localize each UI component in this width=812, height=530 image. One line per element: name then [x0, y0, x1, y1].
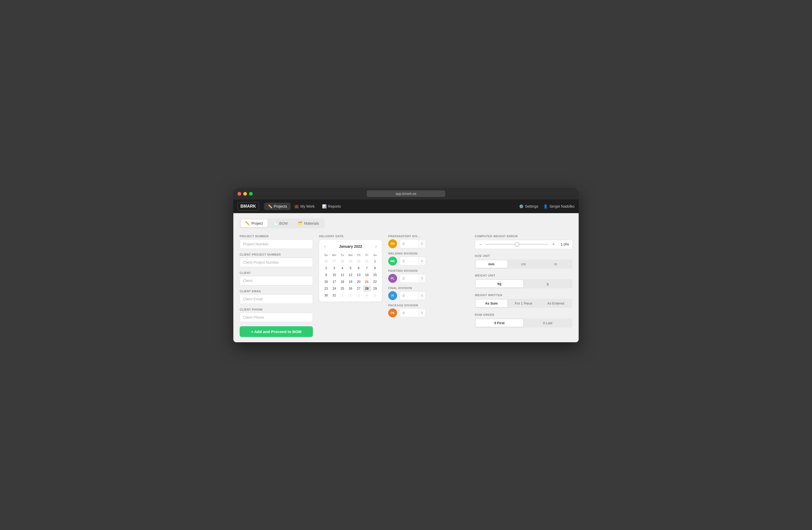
nav-reports-label: Reports: [328, 204, 341, 208]
weight-written-as-sum[interactable]: As Sum: [476, 299, 507, 307]
nav-reports[interactable]: 📊 Reports: [318, 203, 345, 210]
calendar-day[interactable]: 19: [347, 279, 354, 285]
calendar-day[interactable]: 20: [355, 279, 363, 285]
client-label: CLIENT: [240, 271, 313, 275]
package-input-wrap: h: [400, 308, 426, 317]
size-unit-mm[interactable]: mm: [476, 260, 507, 268]
calendar-day[interactable]: 1: [338, 292, 346, 298]
calendar-day[interactable]: 30: [355, 258, 363, 264]
calendar-day[interactable]: 27: [355, 285, 363, 292]
client-phone-group: CLIENT PHONE: [240, 308, 313, 322]
logo-text: B: [241, 204, 244, 209]
calendar-day-header: Mo: [330, 252, 338, 258]
calendar-day[interactable]: 29: [347, 258, 354, 264]
final-div-row: FI h: [388, 291, 469, 300]
client-project-number-input[interactable]: [240, 258, 313, 267]
client-input[interactable]: [240, 276, 313, 285]
minimize-button[interactable]: [243, 192, 247, 196]
calendar-day[interactable]: 31: [330, 292, 338, 298]
user-nav[interactable]: 👤 Sergei Nadolko: [543, 204, 575, 208]
calendar-day[interactable]: 4: [363, 292, 371, 298]
calendar-day[interactable]: 16: [322, 279, 330, 285]
traffic-lights: [237, 192, 253, 196]
client-phone-input[interactable]: [240, 313, 313, 322]
calendar-day[interactable]: 24: [330, 285, 338, 292]
calendar-day[interactable]: 3: [330, 265, 338, 271]
settings-panel: COMPUTED WEIGHT ERROR − + 1.0%: [475, 235, 572, 337]
calendar-day[interactable]: 22: [371, 279, 379, 285]
calendar-day[interactable]: 25: [338, 285, 346, 292]
briefcase-icon: 💼: [294, 204, 299, 208]
calendar-day[interactable]: 12: [347, 272, 354, 278]
calendar-day[interactable]: 14: [363, 272, 371, 278]
painting-input-wrap: h: [400, 274, 426, 283]
calendar-day[interactable]: 26: [322, 258, 330, 264]
calendar-day[interactable]: 13: [355, 272, 363, 278]
calendar-day[interactable]: 17: [330, 279, 338, 285]
size-unit-cm[interactable]: cm: [508, 260, 539, 268]
calendar-day[interactable]: 28: [338, 258, 346, 264]
calendar-day[interactable]: 5: [371, 292, 379, 298]
calendar-next-button[interactable]: ›: [373, 243, 379, 250]
row-order-toggle: 0 First 0 Last: [475, 318, 572, 327]
size-unit-m[interactable]: m: [540, 260, 571, 268]
settings-nav[interactable]: ⚙️ Settings: [519, 204, 538, 208]
calendar-day[interactable]: 5: [347, 265, 354, 271]
calendar-day[interactable]: 4: [338, 265, 346, 271]
project-number-input[interactable]: [240, 239, 313, 249]
weight-error-plus-button[interactable]: +: [551, 242, 556, 247]
preparatory-input[interactable]: [400, 240, 418, 248]
weight-unit-g[interactable]: g: [524, 280, 571, 288]
calendar-day[interactable]: 21: [363, 279, 371, 285]
nav-projects[interactable]: ✏️ Projects: [264, 203, 291, 210]
calendar-day[interactable]: 1: [371, 258, 379, 264]
calendar-day[interactable]: 10: [330, 272, 338, 278]
weight-error-track[interactable]: [485, 244, 548, 245]
calendar-day[interactable]: 31: [363, 258, 371, 264]
row-order-0-first[interactable]: 0 First: [476, 319, 523, 327]
weight-error-thumb[interactable]: [514, 242, 519, 247]
weight-error-minus-button[interactable]: −: [478, 242, 483, 247]
calendar-day[interactable]: 11: [338, 272, 346, 278]
calendar-prev-button[interactable]: ‹: [322, 243, 328, 250]
calendar-day[interactable]: 6: [355, 265, 363, 271]
calendar-day[interactable]: 2: [322, 265, 330, 271]
calendar-day[interactable]: 7: [363, 265, 371, 271]
row-order-0-last[interactable]: 0 Last: [524, 319, 571, 327]
center-panel: DELIVERY DATE ‹ January 2022 › SuMoTuWeT…: [319, 235, 382, 337]
calendar-day[interactable]: 9: [322, 272, 330, 278]
weight-written-as-entered[interactable]: As Entered: [540, 299, 571, 307]
calendar-day[interactable]: 28: [363, 285, 371, 292]
calendar-day[interactable]: 26: [347, 285, 354, 292]
calendar-day[interactable]: 27: [330, 258, 338, 264]
weight-written-label: WEIGHT WRITTEN: [475, 294, 572, 297]
tab-project[interactable]: ✏️ Project: [241, 220, 267, 227]
maximize-button[interactable]: [249, 192, 253, 196]
computed-weight-error-section: COMPUTED WEIGHT ERROR − + 1.0%: [475, 235, 572, 249]
final-unit: h: [418, 291, 426, 299]
calendar-day[interactable]: 8: [371, 265, 379, 271]
add-proceed-bom-button[interactable]: + Add and Proceed to BOM: [240, 326, 313, 337]
weight-written-for-1-piece[interactable]: For 1 Piece: [508, 299, 539, 307]
tab-materials[interactable]: 🗂️ Materials: [293, 220, 323, 227]
calendar-day[interactable]: 18: [338, 279, 346, 285]
calendar-day[interactable]: 3: [355, 292, 363, 298]
welding-input[interactable]: [400, 257, 418, 265]
nav-mywork[interactable]: 💼 My Work: [291, 203, 318, 210]
painting-input[interactable]: [400, 274, 418, 282]
calendar-day[interactable]: 29: [371, 285, 379, 292]
welding-div-row: WE h: [388, 256, 469, 266]
url-bar[interactable]: app.bmark.ee: [367, 190, 445, 197]
row-order-label: ROW ORDER: [475, 313, 572, 316]
package-input[interactable]: [400, 309, 418, 317]
close-button[interactable]: [237, 192, 241, 196]
calendar-day[interactable]: 2: [347, 292, 354, 298]
delivery-date-section: DELIVERY DATE ‹ January 2022 › SuMoTuWeT…: [319, 235, 382, 302]
client-email-input[interactable]: [240, 294, 313, 304]
weight-unit-kg[interactable]: kg: [476, 280, 523, 288]
calendar-day[interactable]: 30: [322, 292, 330, 298]
calendar-day[interactable]: 15: [371, 272, 379, 278]
calendar-day[interactable]: 23: [322, 285, 330, 292]
final-input[interactable]: [400, 291, 418, 300]
tab-bom[interactable]: 📄 BOM: [269, 220, 292, 227]
